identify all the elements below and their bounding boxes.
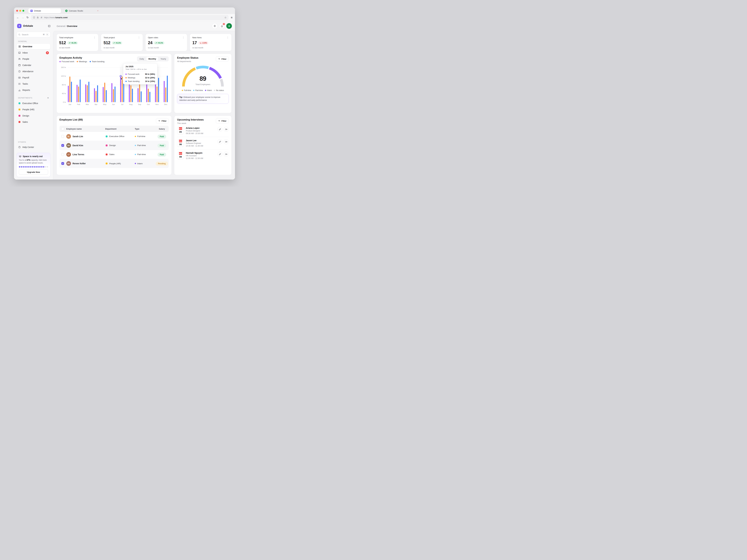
tab-yearly[interactable]: Yearly <box>158 57 168 61</box>
forward-icon[interactable]: → <box>22 16 24 19</box>
video-call-button[interactable] <box>224 139 229 144</box>
tab-close-icon[interactable]: × <box>97 9 99 12</box>
capacity-dot <box>34 166 35 167</box>
reload-icon[interactable]: ↻ <box>26 16 29 19</box>
sidebar-item-executive-office[interactable]: Executive Office <box>17 100 50 106</box>
address-bar[interactable]: https://www.lunaris.com/ ☆ <box>31 15 229 20</box>
x-label: Nov <box>155 103 159 105</box>
interview-item[interactable]: Nov05 Ariana Lopez Product Designer 09:3… <box>177 125 229 137</box>
sidebar-item-attendance[interactable]: Attendance <box>17 69 50 74</box>
table-row[interactable]: DKDavid Kim Design Part-time Paid <box>59 141 169 150</box>
bar-focused-work <box>85 84 86 102</box>
sidebar-item-label: Overview <box>23 45 32 48</box>
breadcrumb-section[interactable]: General <box>57 25 65 27</box>
bar-group-dec[interactable] <box>164 68 168 102</box>
copy-link-button[interactable] <box>217 152 223 157</box>
sidebar-item-payroll[interactable]: Payroll <box>17 75 50 81</box>
bar-focused-work <box>146 84 147 102</box>
browser-menu-icon[interactable]: ≡ <box>231 16 232 19</box>
minimize-window-button[interactable] <box>19 10 21 12</box>
sidebar-item-label: Payroll <box>22 76 29 79</box>
kebab-menu-icon[interactable]: ⋮ <box>182 36 185 39</box>
bar-group-mar[interactable] <box>85 68 89 102</box>
employee-name: Renee Keller <box>73 162 86 165</box>
tab-orbitale[interactable]: Orbitale <box>28 8 61 13</box>
zoom-window-button[interactable] <box>22 10 24 12</box>
sidebar-item-people[interactable]: People <box>17 56 50 62</box>
interview-item[interactable]: Nov06 Jason Lee Software Engineer 10:30 … <box>177 137 229 149</box>
upgrade-now-button[interactable]: Upgrade Now <box>19 169 48 175</box>
employee-list-filter-button[interactable]: Filter <box>156 118 169 124</box>
interview-item[interactable]: Nov08 Hannah Nguyen HR Assistant 11:30 A… <box>177 149 229 162</box>
tooltip-dot <box>125 81 127 82</box>
back-icon[interactable]: ← <box>17 16 19 19</box>
kebab-menu-icon[interactable]: ⋮ <box>227 36 229 39</box>
sidebar-item-sales[interactable]: Sales <box>17 119 50 125</box>
row-checkbox[interactable] <box>61 144 64 147</box>
sidebar-item-design[interactable]: Design <box>17 113 50 119</box>
bar-group-apr[interactable] <box>94 68 98 102</box>
add-department-icon[interactable]: + <box>47 97 49 99</box>
sidebar-item-reports[interactable]: Reports <box>17 87 50 93</box>
video-call-button[interactable] <box>224 152 229 157</box>
bar-group-jun[interactable] <box>111 68 115 102</box>
status-filter-button[interactable]: Filter <box>216 56 229 61</box>
video-call-button[interactable] <box>224 127 229 132</box>
sidebar-item-help-center[interactable]: Help Center <box>17 144 50 150</box>
row-checkbox[interactable] <box>61 162 64 165</box>
x-label: Feb <box>77 103 81 105</box>
window-controls <box>16 10 24 12</box>
kebab-menu-icon[interactable]: ⋮ <box>138 36 140 39</box>
row-checkbox[interactable] <box>61 153 64 156</box>
sidebar-item-people-hr[interactable]: People (HR) <box>17 107 50 112</box>
notifications-bell-button[interactable]: 2 <box>219 23 225 29</box>
tab-cansaas-studio[interactable]: Cansaas Studio × <box>63 8 101 13</box>
bar-group-may[interactable] <box>103 68 107 102</box>
settings-gear-button[interactable] <box>212 23 217 29</box>
bar-meetings <box>87 85 88 102</box>
row-checkbox[interactable] <box>61 135 64 138</box>
section-label-others: OTHERS <box>18 141 49 143</box>
storage-card: Space is nearly out You’re at 87% capaci… <box>17 153 50 177</box>
bar-team-bonding <box>141 91 141 102</box>
kebab-menu-icon[interactable]: ⋮ <box>93 36 96 39</box>
shield-icon[interactable] <box>33 16 35 19</box>
user-avatar[interactable] <box>226 23 232 29</box>
activity-title: Employee Activity <box>59 56 104 59</box>
sidebar-item-inbox[interactable]: Inbox 9 <box>17 50 50 56</box>
avatar: LT <box>66 152 71 157</box>
sidebar-item-calendar[interactable]: Calendar <box>17 62 50 68</box>
bookmark-star-icon[interactable]: ☆ <box>225 16 227 19</box>
banknote-icon <box>18 76 21 79</box>
stat-caption: vs last month <box>59 47 96 49</box>
interviews-filter-button[interactable]: Filter <box>216 118 229 124</box>
sidebar-item-tasks[interactable]: Tasks <box>17 81 50 87</box>
interview-time: 10:30 AM - 11:30 AM <box>186 145 203 147</box>
table-row[interactable]: LTLina Torres Sales Part-time Paid <box>59 150 169 159</box>
select-all-checkbox[interactable] <box>61 127 64 130</box>
bar-group-feb[interactable] <box>77 68 81 102</box>
table-row[interactable]: SLSarah Lim Executive Office Full-time P… <box>59 132 169 141</box>
table-row[interactable]: RKRenee Keller People (HR) Intern Pendin… <box>59 159 169 168</box>
sidebar-toggle-icon[interactable] <box>48 25 51 28</box>
sidebar-item-overview[interactable]: Overview <box>17 44 50 50</box>
url-text[interactable]: https://www.lunaris.com/ <box>44 16 223 19</box>
tab-daily[interactable]: Daily <box>137 57 146 61</box>
orbitale-favicon <box>30 10 33 12</box>
site-settings-icon[interactable] <box>40 16 43 19</box>
x-label: Mar <box>85 103 89 105</box>
capacity-dot <box>21 166 22 167</box>
stat-card-open-roles: Open roles⋮ 24 ↗+9.1% vs last month <box>145 34 187 51</box>
search-input[interactable] <box>22 33 42 36</box>
bar-group-jan[interactable] <box>68 68 72 102</box>
tooltip-subtitle: Total: 164 hr • +8 hr vs Jun <box>125 68 155 72</box>
tab-monthly[interactable]: Monthly <box>146 57 158 61</box>
copy-link-button[interactable] <box>217 127 223 132</box>
capacity-dot <box>45 166 46 167</box>
close-window-button[interactable] <box>16 10 18 12</box>
bar-focused-work <box>68 86 69 102</box>
copy-link-button[interactable] <box>217 139 223 144</box>
search-box[interactable]: ⌘ K <box>17 32 50 37</box>
department: Sales <box>109 153 114 156</box>
legend-intern: Intern <box>205 89 212 91</box>
